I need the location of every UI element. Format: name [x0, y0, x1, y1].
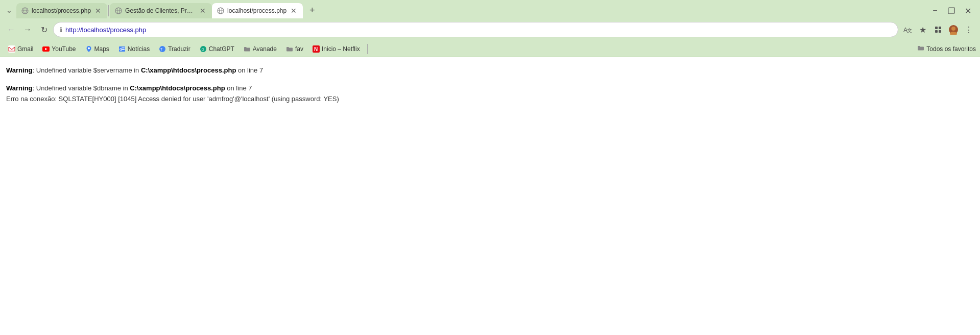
svg-point-21: [88, 47, 90, 49]
bookmarks-separator: [367, 44, 368, 54]
tab-3-favicon: [217, 7, 224, 14]
back-button[interactable]: ←: [4, 22, 18, 37]
svg-rect-13: [935, 30, 938, 33]
bookmark-fav-label: fav: [295, 45, 303, 53]
bookmark-traduzir-label: Traduzir: [168, 45, 190, 53]
warning-1: Warning: Undefined variable $servername …: [6, 65, 974, 76]
svg-text:G: G: [201, 47, 204, 51]
svg-text:T: T: [160, 47, 163, 51]
more-menu-button[interactable]: ⋮: [962, 22, 976, 37]
tab-3-close[interactable]: ✕: [290, 7, 298, 15]
fav-folder-icon: [286, 45, 293, 53]
close-button[interactable]: ✕: [962, 5, 974, 17]
svg-text:N: N: [314, 46, 318, 52]
favorites-folder-icon: [917, 44, 924, 53]
bookmarks-bar: Gmail YouTube Maps G Notícias: [0, 41, 980, 57]
tab-2-favicon: [115, 7, 122, 14]
tab-list: localhost/process.php ✕ Gestão de Client…: [16, 3, 929, 18]
noticias-icon: G: [118, 45, 126, 53]
forward-button[interactable]: →: [20, 22, 35, 37]
warning-2-text1: : Undefined variable $dbname in: [33, 84, 130, 92]
warning-2-label: Warning: [6, 84, 33, 92]
svg-text:文: 文: [907, 28, 912, 33]
chatgpt-icon: G: [200, 45, 207, 53]
warning-1-text2: on line 7: [236, 66, 263, 74]
tab-3[interactable]: localhost/process.php ✕: [212, 3, 303, 18]
warning-2-path: C:\xampp\htdocs\process.php: [130, 84, 225, 92]
bookmark-avanade-label: Avanade: [253, 45, 277, 53]
tab-1[interactable]: localhost/process.php ✕: [16, 3, 107, 18]
minimize-button[interactable]: −: [929, 5, 941, 17]
bookmark-youtube[interactable]: YouTube: [38, 44, 80, 54]
nav-right-controls: A文 ★ ⋮: [900, 22, 976, 37]
all-favorites-label: Todos os favoritos: [926, 45, 976, 53]
bookmark-star-button[interactable]: ★: [916, 22, 930, 37]
warning-2: Warning: Undefined variable $dbname in C…: [6, 83, 974, 105]
error-line: Erro na conexão: SQLSTATE[HY000] [1045] …: [6, 95, 339, 103]
warning-2-text2: on line 7: [225, 84, 252, 92]
new-tab-button[interactable]: +: [305, 3, 319, 17]
tab-2[interactable]: Gestão de Clientes, Produtos e ✕: [110, 3, 212, 18]
bookmark-gmail[interactable]: Gmail: [4, 44, 37, 54]
warning-1-path: C:\xampp\htdocs\process.php: [141, 66, 236, 74]
bookmark-chatgpt[interactable]: G ChatGPT: [196, 44, 238, 54]
bookmark-netflix-label: Inicio – Netflix: [322, 45, 360, 53]
svg-rect-14: [939, 30, 941, 33]
bookmark-maps-label: Maps: [94, 45, 109, 53]
tab-list-button[interactable]: ⌄: [2, 3, 16, 17]
tab-3-title: localhost/process.php: [227, 7, 286, 14]
traduzir-icon: T: [159, 45, 166, 53]
youtube-icon: [42, 45, 50, 53]
page-content: Warning: Undefined variable $servername …: [0, 57, 980, 313]
maps-icon: [85, 45, 92, 53]
profile-button[interactable]: [946, 22, 961, 37]
svg-point-16: [951, 27, 955, 31]
svg-rect-18: [8, 45, 15, 53]
tab-1-close[interactable]: ✕: [94, 7, 102, 15]
bookmark-maps[interactable]: Maps: [81, 44, 113, 54]
tab-2-title: Gestão de Clientes, Produtos e: [125, 7, 196, 14]
bookmark-avanade[interactable]: Avanade: [240, 44, 281, 54]
address-input[interactable]: [65, 26, 892, 34]
address-bar[interactable]: ℹ: [53, 22, 898, 37]
tab-2-close[interactable]: ✕: [199, 7, 207, 15]
all-favorites-button[interactable]: Todos os favoritos: [917, 44, 976, 53]
tab-bar: ⌄ localhost/process.php ✕ Gestão de Clie…: [0, 0, 980, 18]
bookmark-netflix[interactable]: N Inicio – Netflix: [308, 44, 364, 54]
bookmark-noticias[interactable]: G Notícias: [114, 44, 154, 54]
navigation-bar: ← → ↻ ℹ A文 ★ ⋮: [0, 18, 980, 41]
tab-1-title: localhost/process.php: [32, 7, 91, 14]
reload-button[interactable]: ↻: [37, 22, 51, 37]
tab-1-favicon: [21, 7, 29, 14]
address-lock-icon: ℹ: [60, 26, 62, 34]
tab-separator-1: [108, 5, 109, 16]
bookmark-chatgpt-label: ChatGPT: [209, 45, 234, 53]
window-controls: − ❐ ✕: [929, 3, 980, 18]
avanade-folder-icon: [244, 45, 251, 53]
bookmark-fav[interactable]: fav: [282, 44, 307, 54]
bookmark-traduzir[interactable]: T Traduzir: [155, 44, 195, 54]
svg-rect-25: [122, 49, 125, 50]
svg-rect-24: [122, 47, 125, 49]
translate-button[interactable]: A文: [900, 22, 915, 37]
gmail-icon: [8, 45, 15, 53]
netflix-icon: N: [313, 45, 320, 53]
maximize-button[interactable]: ❐: [945, 5, 958, 17]
bookmark-gmail-label: Gmail: [17, 45, 33, 53]
svg-rect-11: [935, 27, 938, 29]
bookmark-noticias-label: Notícias: [128, 45, 150, 53]
warning-1-label: Warning: [6, 66, 33, 74]
extensions-button[interactable]: [931, 22, 945, 37]
svg-rect-12: [939, 27, 941, 29]
warning-1-text1: : Undefined variable $servername in: [33, 66, 141, 74]
bookmark-youtube-label: YouTube: [52, 45, 76, 53]
